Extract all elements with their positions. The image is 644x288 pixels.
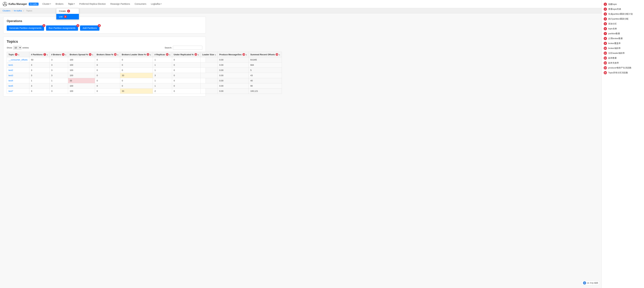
table-row: test53310000100.0090 xyxy=(7,83,282,89)
right-panel-item: 12副本数量 xyxy=(604,56,642,60)
table-cell: 0 xyxy=(120,68,153,73)
topic-link[interactable]: test5 xyxy=(8,85,13,87)
table-controls: Show 10 25 50 100 entries Search: xyxy=(7,46,202,50)
nav-reassign-partitions[interactable]: Reassign Partitions xyxy=(108,0,132,8)
operations-section: Operations Generate Partition Assignment… xyxy=(3,17,206,33)
table-cell: 3 xyxy=(29,73,50,78)
table-row: test23310000100.005 xyxy=(7,68,282,73)
topic-link[interactable]: test1 xyxy=(8,64,13,66)
nav-consumers[interactable]: Consumers xyxy=(132,0,148,8)
right-panel-num: 13 xyxy=(604,61,607,65)
th-brokers: # Brokers 8 ⇅ xyxy=(50,52,68,57)
nav-brokers[interactable]: Brokers xyxy=(53,0,66,8)
right-panel-item: 9broker覆盖率 xyxy=(604,42,642,45)
table-row: test4113300100.0040 xyxy=(7,78,282,83)
right-panel-item: 10broker倾斜率 xyxy=(604,47,642,50)
entries-label: entries xyxy=(22,46,29,49)
right-panel-num: 12 xyxy=(604,56,607,60)
table-cell: 3 xyxy=(50,68,68,73)
cluster-badge[interactable]: hn-kafka xyxy=(29,2,38,5)
th-under-replicated-label: Under Replicated % xyxy=(174,53,194,56)
nav-cluster[interactable]: Cluster ▾ xyxy=(40,0,53,8)
table-cell: 0 xyxy=(120,83,153,89)
dropdown-list[interactable]: List 2 xyxy=(56,14,79,19)
topic-name-cell[interactable]: test3 xyxy=(7,73,30,78)
table-head: Topic 6 ⇅ # Partitions 7 ⇅ xyxy=(7,52,282,57)
th-partitions-sort[interactable]: ⇅ xyxy=(46,54,48,56)
th-partitions-label: # Partitions xyxy=(31,53,42,56)
th-under-replicated-sort[interactable]: ⇅ xyxy=(198,54,199,56)
table-cell: 5 xyxy=(249,68,282,73)
search-box: Search: xyxy=(164,46,202,50)
breadcrumb-hn-kafka[interactable]: hn-kafka xyxy=(14,9,22,12)
table-cell: 0 xyxy=(120,62,153,68)
th-brokers-spread-sort[interactable]: ⇅ xyxy=(92,54,93,56)
th-brokers-sort[interactable]: ⇅ xyxy=(65,54,66,56)
th-topic-badge: 6 xyxy=(15,53,18,56)
breadcrumb-clusters[interactable]: Clusters xyxy=(2,9,10,12)
table-cell: 3 xyxy=(50,89,68,94)
table-cell: 0.00 xyxy=(218,57,248,62)
th-leader-size-sort[interactable]: ⇅ xyxy=(214,54,216,56)
th-produce-msg-sort[interactable]: ⇅ xyxy=(246,54,247,56)
topic-name-cell[interactable]: test1 xyxy=(7,62,30,68)
dropdown-create[interactable]: Create 1 xyxy=(56,8,79,14)
topic-link[interactable]: __consumer_offsets xyxy=(8,58,28,61)
th-summed-offsets-label: Summed Recent Offsets xyxy=(250,53,275,56)
table-cell: 3 xyxy=(50,73,68,78)
table-cell: 0 xyxy=(95,83,120,89)
right-panel-num: 6 xyxy=(604,27,607,30)
table-cell: 0 xyxy=(172,68,200,73)
topic-link[interactable]: test4 xyxy=(8,79,13,82)
nav-logkafka[interactable]: Logkafka ▾ xyxy=(148,0,164,8)
right-panel-label: 查看topic列表 xyxy=(608,8,621,10)
table-cell xyxy=(200,78,218,83)
entries-select[interactable]: 10 25 50 100 xyxy=(13,46,22,49)
cluster-caret: ▾ xyxy=(50,3,51,5)
topic-name-cell[interactable]: __consumer_offsets xyxy=(7,57,30,62)
th-under-replicated-badge: 13 xyxy=(194,53,197,56)
table-cell: 1 xyxy=(50,78,68,83)
right-panel-label: 创建topic xyxy=(608,3,617,6)
nav-topic[interactable]: Topic ▾ xyxy=(66,0,77,8)
table-cell: 100 xyxy=(68,83,95,89)
search-input[interactable] xyxy=(173,46,202,50)
th-topic-sort[interactable]: ⇅ xyxy=(18,54,19,56)
th-topic-label: Topic xyxy=(8,53,14,56)
table-cell: 2 xyxy=(153,89,172,94)
th-replicas-sort[interactable]: ⇅ xyxy=(169,54,170,56)
right-panel: 1创建topic2查看topic列表3生成partition重新分配计划4执行p… xyxy=(602,0,644,100)
right-panel-item: 2查看topic列表 xyxy=(604,7,642,11)
topic-dropdown: Create 1 List 2 xyxy=(56,8,79,19)
nav-preferred-replica[interactable]: Preferred Replica Election xyxy=(77,0,108,8)
run-partition-assignments-button[interactable]: Run Partition Assignments 4 xyxy=(46,25,78,31)
th-replicas-badge: 12 xyxy=(166,53,168,56)
table-cell: 0 xyxy=(95,89,120,94)
topic-link[interactable]: test2 xyxy=(8,69,13,71)
th-brokers-leader-skew-sort[interactable]: ⇅ xyxy=(150,54,151,56)
th-summed-offsets-sort[interactable]: ⇅ xyxy=(279,54,280,56)
generate-partition-assignments-button[interactable]: Generate Partition Assignments 3 xyxy=(7,25,44,31)
table-cell xyxy=(200,57,218,62)
table-cell xyxy=(200,62,218,68)
breadcrumb-sep1: / xyxy=(12,9,13,12)
add-partitions-button[interactable]: Add Partitions 5 xyxy=(80,25,100,31)
table-cell: 100 xyxy=(68,68,95,73)
table-cell: 0 xyxy=(95,62,120,68)
topic-link[interactable]: test3 xyxy=(8,74,13,77)
topic-name-cell[interactable]: test4 xyxy=(7,78,30,83)
operations-buttons: Generate Partition Assignments 3 Run Par… xyxy=(7,25,202,31)
right-panel-label: broker覆盖率 xyxy=(608,42,621,45)
th-brokers-skew-sort[interactable]: ⇅ xyxy=(117,54,118,56)
topic-name-cell[interactable]: test2 xyxy=(7,68,30,73)
topic-name-cell[interactable]: test7 xyxy=(7,89,30,94)
table-cell: 0 xyxy=(95,73,120,78)
table-cell: 50 xyxy=(29,57,50,62)
right-panel-num: 15 xyxy=(604,71,607,74)
table-cell: 0 xyxy=(95,78,120,83)
right-panel-num: 9 xyxy=(604,42,607,45)
show-label: Show xyxy=(7,46,12,49)
table-cell: 3 xyxy=(29,83,50,89)
topic-link[interactable]: test7 xyxy=(8,90,13,92)
topic-name-cell[interactable]: test5 xyxy=(7,83,30,89)
